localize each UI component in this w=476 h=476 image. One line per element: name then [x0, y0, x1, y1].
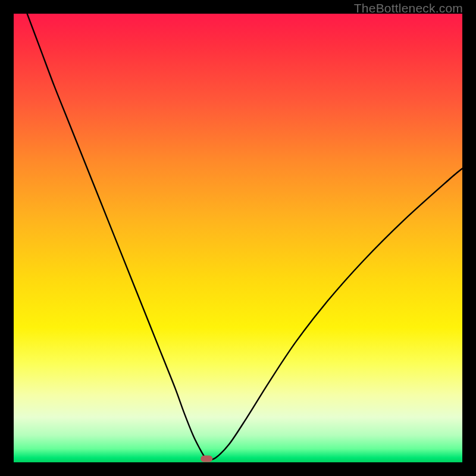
curve-line — [27, 14, 462, 460]
plot-area — [14, 14, 462, 462]
minimum-marker — [201, 455, 212, 462]
bottleneck-curve — [27, 14, 462, 460]
watermark-text: TheBottleneck.com — [354, 1, 463, 15]
chart-frame: TheBottleneck.com — [0, 0, 476, 476]
chart-svg — [14, 14, 462, 462]
marker-dot — [201, 455, 212, 462]
